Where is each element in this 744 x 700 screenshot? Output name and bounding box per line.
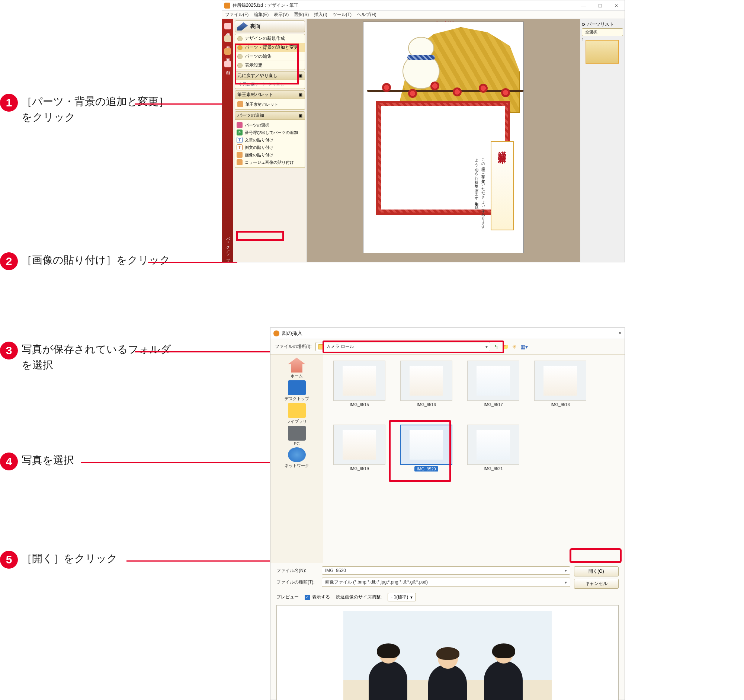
titlebar[interactable]: 住所録2025.fzd：デザイン - 筆王 — □ × <box>222 0 625 11</box>
places-sidebar: ホーム デスクトップ ライブラリ PC ネットワーク <box>271 354 323 563</box>
collapse-icon[interactable]: ▣ <box>298 73 302 79</box>
greeting-message: この度はご丁寧な年賀をいただき よい年でありますよう 心からお祈り申し上げます … <box>442 156 486 230</box>
show-preview-checkbox[interactable]: ✓ <box>305 595 310 600</box>
rail-backup[interactable]: バックアップ <box>223 232 232 262</box>
open-button[interactable]: 開く(O) <box>574 566 619 576</box>
location-label: ファイルの場所(I): <box>275 344 312 350</box>
rail-front[interactable]: 表面 <box>223 33 232 45</box>
dialog-titlebar[interactable]: 図の挿入 × <box>271 328 625 339</box>
app-icon <box>224 3 230 9</box>
leader-1 <box>135 103 236 104</box>
highlight-open-button <box>570 548 622 563</box>
place-home[interactable]: ホーム <box>288 357 306 379</box>
palette-open[interactable]: 筆王素材パレット <box>237 100 302 108</box>
menu-edit[interactable]: 編集(E) <box>254 12 269 18</box>
file-item[interactable]: IMG_9515 <box>329 360 390 420</box>
dialog-icon <box>274 331 279 337</box>
place-library[interactable]: ライブラリ <box>286 403 307 424</box>
add-collage-image[interactable]: コラージュ画像の貼り付け <box>237 159 303 166</box>
number-icon: P <box>237 130 243 136</box>
parts-list-dock: ⟳ パーツリスト 全選択 1 <box>580 19 625 262</box>
file-item[interactable]: IMG_9519 <box>329 424 390 484</box>
step-4: 4 写真を選択 <box>0 453 74 471</box>
rail-addressbook[interactable]: 住所録 <box>223 21 232 32</box>
palette-group-header: 筆王素材パレット▣ <box>235 91 305 99</box>
place-desktop[interactable]: デスクトップ <box>284 380 309 402</box>
collapse-icon[interactable]: ▣ <box>298 113 302 118</box>
add-parts-by-number[interactable]: P番号呼び出しでパーツの追加 <box>237 129 303 136</box>
chevron-down-icon: ▾ <box>565 568 567 573</box>
menu-file[interactable]: ファイル(F) <box>225 12 248 18</box>
greeting-headline: 謹賀新年 <box>497 145 508 151</box>
close-button[interactable]: × <box>608 0 625 11</box>
parts-thumbnail[interactable] <box>586 40 619 64</box>
dialog-bottom: ファイル名(N): IMG_9520 ▾ ファイルの種類(T): 画像ファイル … <box>271 563 625 591</box>
preview-options-row: プレビュー ✓ 表示する 読込画像のサイズ調整: - 1(標準) ▾ <box>271 591 625 603</box>
preview-box <box>277 605 619 700</box>
place-pc[interactable]: PC <box>288 426 306 446</box>
file-item[interactable]: IMG_9518 <box>530 360 590 420</box>
step-text-3: 写真が保存されているフォルダを選択 <box>22 342 178 373</box>
menu-select[interactable]: 選択(S) <box>294 12 309 18</box>
palette-group: 筆王素材パレット▣ 筆王素材パレット <box>235 91 305 110</box>
plum-branch <box>367 78 524 104</box>
menu-insert[interactable]: 挿入(I) <box>314 12 327 18</box>
print-icon <box>224 61 231 67</box>
task-add-parts-bg[interactable]: パーツ・背景の追加と変更 <box>235 43 305 52</box>
filetype-row: ファイルの種類(T): 画像ファイル (*.bmp;*.dib;*.jpg;*.… <box>277 578 570 587</box>
collapse-icon[interactable]: ▣ <box>298 92 302 97</box>
undo-button[interactable]: ◁ 元に戻す <box>237 82 259 87</box>
new-folder-icon[interactable]: ✳ <box>512 344 517 350</box>
rail-print[interactable]: 印刷 <box>223 58 232 70</box>
task-edit-parts[interactable]: パーツの編集 <box>235 52 305 61</box>
step-text-1: ［パーツ・背景の追加と変更］をクリック <box>22 94 178 125</box>
text-icon: T <box>237 137 243 143</box>
step-badge-3: 3 <box>0 342 18 359</box>
filename-field[interactable]: IMG_9520 ▾ <box>322 566 570 575</box>
step-text-4: 写真を選択 <box>22 453 74 468</box>
add-parts-select[interactable]: パーツの選択 <box>237 121 303 129</box>
menu-tools[interactable]: ツール(T) <box>333 12 351 18</box>
addressbook-icon <box>224 23 231 30</box>
file-item[interactable]: IMG_9516 <box>396 360 457 420</box>
select-all-button[interactable]: 全選択 <box>582 28 623 36</box>
view-menu-icon[interactable]: ▦▾ <box>521 344 528 350</box>
parts-list-header: ⟳ パーツリスト <box>582 21 623 28</box>
rail-back[interactable]: 裏面 <box>223 46 232 58</box>
menu-help[interactable]: ヘルプ(H) <box>357 12 376 18</box>
task-pane: 裏面 デザインの新規作成 パーツ・背景の追加と変更 パーツの編集 表示設定 元に… <box>233 19 307 262</box>
add-image-paste[interactable]: 画像の貼り付け <box>237 151 303 159</box>
step-5: 5 ［開く］をクリック <box>0 551 118 569</box>
dialog-close-button[interactable]: × <box>619 330 622 336</box>
file-item[interactable]: IMG_9517 <box>463 360 524 420</box>
pane-title: 裏面 <box>250 23 260 30</box>
menubar: ファイル(F) 編集(E) 表示(V) 選択(S) 挿入(I) ツール(T) ヘ… <box>222 11 625 19</box>
task-display-settings[interactable]: 表示設定 <box>235 61 305 70</box>
minimize-button[interactable]: — <box>576 0 592 11</box>
collage-icon <box>237 159 243 165</box>
add-sample-text[interactable]: T例文の貼り付け <box>237 144 303 151</box>
redo-button[interactable]: ▷ やり直し <box>263 82 284 87</box>
chevron-down-icon: ▾ <box>565 580 567 585</box>
back-icon <box>224 48 231 55</box>
add-text[interactable]: T文章の貼り付け <box>237 136 303 144</box>
sample-text-icon: T <box>237 144 243 150</box>
file-item[interactable]: IMG_9521 <box>463 424 524 484</box>
task-new-design[interactable]: デザインの新規作成 <box>235 34 305 43</box>
postcard-canvas[interactable]: 謹賀新年 この度はご丁寧な年賀をいただき よい年でありますよう 心からお祈り申し… <box>363 22 524 253</box>
step-2: 2 ［画像の貼り付け］をクリック <box>0 252 170 270</box>
size-adjust-combo[interactable]: - 1(標準) ▾ <box>388 593 416 602</box>
cancel-button[interactable]: キャンセル <box>574 579 619 589</box>
app-window: 住所録2025.fzd：デザイン - 筆王 — □ × ファイル(F) 編集(E… <box>222 0 625 262</box>
menu-view[interactable]: 表示(V) <box>274 12 289 18</box>
filename-row: ファイル名(N): IMG_9520 ▾ <box>277 566 570 575</box>
pane-header: 裏面 <box>235 21 305 32</box>
maximize-button[interactable]: □ <box>592 0 608 11</box>
refresh-icon[interactable]: ⟳ <box>582 22 586 27</box>
file-grid: IMG_9515 IMG_9516 IMG_9517 IMG_9518 IMG_… <box>323 354 625 563</box>
front-icon <box>224 35 231 42</box>
filetype-field[interactable]: 画像ファイル (*.bmp;*.dib;*.jpg;*.png;*.tif;*.… <box>322 578 570 587</box>
place-network[interactable]: ネットワーク <box>284 447 309 469</box>
library-icon <box>288 403 306 418</box>
step-text-2: ［画像の貼り付け］をクリック <box>22 252 170 268</box>
